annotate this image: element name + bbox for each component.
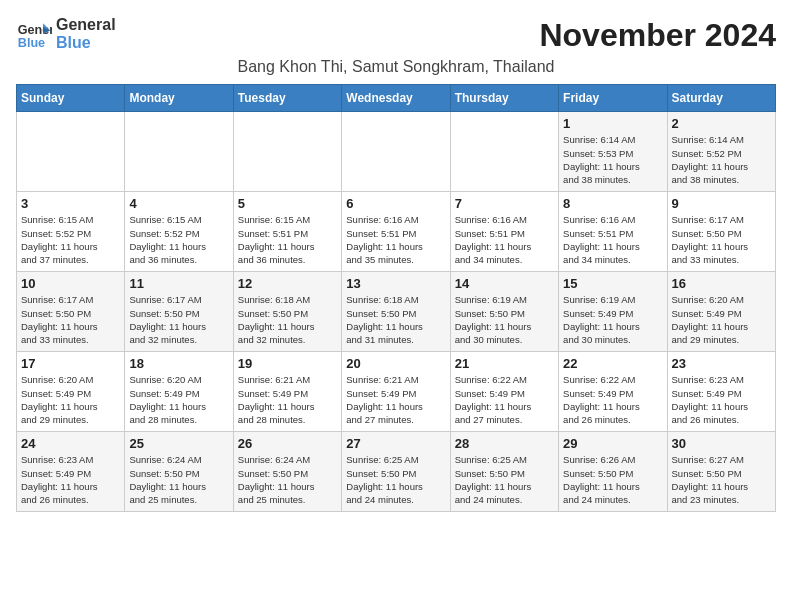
day-number: 3 [21, 196, 120, 211]
calendar-cell: 20Sunrise: 6:21 AMSunset: 5:49 PMDayligh… [342, 352, 450, 432]
calendar-cell: 2Sunrise: 6:14 AMSunset: 5:52 PMDaylight… [667, 112, 775, 192]
day-info: Sunrise: 6:23 AMSunset: 5:49 PMDaylight:… [672, 373, 771, 426]
day-info: Sunrise: 6:14 AMSunset: 5:52 PMDaylight:… [672, 133, 771, 186]
day-header-thursday: Thursday [450, 85, 558, 112]
day-number: 29 [563, 436, 662, 451]
day-number: 19 [238, 356, 337, 371]
day-number: 27 [346, 436, 445, 451]
day-info: Sunrise: 6:21 AMSunset: 5:49 PMDaylight:… [346, 373, 445, 426]
calendar-cell: 11Sunrise: 6:17 AMSunset: 5:50 PMDayligh… [125, 272, 233, 352]
calendar-cell: 6Sunrise: 6:16 AMSunset: 5:51 PMDaylight… [342, 192, 450, 272]
main-title: November 2024 [539, 16, 776, 54]
day-header-tuesday: Tuesday [233, 85, 341, 112]
subtitle: Bang Khon Thi, Samut Songkhram, Thailand [16, 58, 776, 76]
day-info: Sunrise: 6:20 AMSunset: 5:49 PMDaylight:… [672, 293, 771, 346]
svg-text:Blue: Blue [18, 36, 45, 50]
day-info: Sunrise: 6:20 AMSunset: 5:49 PMDaylight:… [21, 373, 120, 426]
week-row-3: 10Sunrise: 6:17 AMSunset: 5:50 PMDayligh… [17, 272, 776, 352]
logo-text-general: General [56, 16, 116, 34]
calendar-cell: 8Sunrise: 6:16 AMSunset: 5:51 PMDaylight… [559, 192, 667, 272]
day-number: 2 [672, 116, 771, 131]
header: General Blue General Blue November 2024 [16, 16, 776, 54]
day-info: Sunrise: 6:22 AMSunset: 5:49 PMDaylight:… [563, 373, 662, 426]
day-info: Sunrise: 6:18 AMSunset: 5:50 PMDaylight:… [238, 293, 337, 346]
day-info: Sunrise: 6:17 AMSunset: 5:50 PMDaylight:… [672, 213, 771, 266]
day-number: 10 [21, 276, 120, 291]
week-row-1: 1Sunrise: 6:14 AMSunset: 5:53 PMDaylight… [17, 112, 776, 192]
day-header-monday: Monday [125, 85, 233, 112]
calendar-cell: 12Sunrise: 6:18 AMSunset: 5:50 PMDayligh… [233, 272, 341, 352]
day-info: Sunrise: 6:24 AMSunset: 5:50 PMDaylight:… [129, 453, 228, 506]
calendar-cell: 30Sunrise: 6:27 AMSunset: 5:50 PMDayligh… [667, 432, 775, 512]
calendar-cell: 23Sunrise: 6:23 AMSunset: 5:49 PMDayligh… [667, 352, 775, 432]
calendar-cell: 29Sunrise: 6:26 AMSunset: 5:50 PMDayligh… [559, 432, 667, 512]
calendar-cell: 22Sunrise: 6:22 AMSunset: 5:49 PMDayligh… [559, 352, 667, 432]
day-info: Sunrise: 6:15 AMSunset: 5:52 PMDaylight:… [129, 213, 228, 266]
calendar-cell: 17Sunrise: 6:20 AMSunset: 5:49 PMDayligh… [17, 352, 125, 432]
day-number: 1 [563, 116, 662, 131]
day-info: Sunrise: 6:15 AMSunset: 5:51 PMDaylight:… [238, 213, 337, 266]
day-number: 30 [672, 436, 771, 451]
day-number: 5 [238, 196, 337, 211]
calendar-cell [233, 112, 341, 192]
day-info: Sunrise: 6:17 AMSunset: 5:50 PMDaylight:… [21, 293, 120, 346]
week-row-5: 24Sunrise: 6:23 AMSunset: 5:49 PMDayligh… [17, 432, 776, 512]
calendar-cell: 14Sunrise: 6:19 AMSunset: 5:50 PMDayligh… [450, 272, 558, 352]
day-number: 26 [238, 436, 337, 451]
day-info: Sunrise: 6:17 AMSunset: 5:50 PMDaylight:… [129, 293, 228, 346]
calendar-cell: 7Sunrise: 6:16 AMSunset: 5:51 PMDaylight… [450, 192, 558, 272]
calendar-header: SundayMondayTuesdayWednesdayThursdayFrid… [17, 85, 776, 112]
day-number: 21 [455, 356, 554, 371]
day-number: 4 [129, 196, 228, 211]
week-row-2: 3Sunrise: 6:15 AMSunset: 5:52 PMDaylight… [17, 192, 776, 272]
calendar-cell: 19Sunrise: 6:21 AMSunset: 5:49 PMDayligh… [233, 352, 341, 432]
day-number: 15 [563, 276, 662, 291]
calendar-cell: 18Sunrise: 6:20 AMSunset: 5:49 PMDayligh… [125, 352, 233, 432]
day-number: 7 [455, 196, 554, 211]
calendar-cell: 3Sunrise: 6:15 AMSunset: 5:52 PMDaylight… [17, 192, 125, 272]
day-info: Sunrise: 6:19 AMSunset: 5:49 PMDaylight:… [563, 293, 662, 346]
day-number: 9 [672, 196, 771, 211]
logo-text-blue: Blue [56, 34, 116, 52]
week-row-4: 17Sunrise: 6:20 AMSunset: 5:49 PMDayligh… [17, 352, 776, 432]
calendar-cell [17, 112, 125, 192]
day-number: 14 [455, 276, 554, 291]
day-number: 16 [672, 276, 771, 291]
day-info: Sunrise: 6:22 AMSunset: 5:49 PMDaylight:… [455, 373, 554, 426]
calendar-cell: 10Sunrise: 6:17 AMSunset: 5:50 PMDayligh… [17, 272, 125, 352]
calendar-cell [125, 112, 233, 192]
calendar-cell [450, 112, 558, 192]
day-header-friday: Friday [559, 85, 667, 112]
calendar-cell: 25Sunrise: 6:24 AMSunset: 5:50 PMDayligh… [125, 432, 233, 512]
day-info: Sunrise: 6:16 AMSunset: 5:51 PMDaylight:… [563, 213, 662, 266]
calendar-cell: 21Sunrise: 6:22 AMSunset: 5:49 PMDayligh… [450, 352, 558, 432]
day-info: Sunrise: 6:27 AMSunset: 5:50 PMDaylight:… [672, 453, 771, 506]
calendar-cell: 27Sunrise: 6:25 AMSunset: 5:50 PMDayligh… [342, 432, 450, 512]
calendar-cell: 4Sunrise: 6:15 AMSunset: 5:52 PMDaylight… [125, 192, 233, 272]
calendar-cell: 13Sunrise: 6:18 AMSunset: 5:50 PMDayligh… [342, 272, 450, 352]
day-number: 6 [346, 196, 445, 211]
day-info: Sunrise: 6:16 AMSunset: 5:51 PMDaylight:… [346, 213, 445, 266]
day-number: 22 [563, 356, 662, 371]
day-info: Sunrise: 6:21 AMSunset: 5:49 PMDaylight:… [238, 373, 337, 426]
day-number: 17 [21, 356, 120, 371]
day-header-sunday: Sunday [17, 85, 125, 112]
day-info: Sunrise: 6:14 AMSunset: 5:53 PMDaylight:… [563, 133, 662, 186]
logo: General Blue General Blue [16, 16, 116, 52]
calendar-cell: 16Sunrise: 6:20 AMSunset: 5:49 PMDayligh… [667, 272, 775, 352]
day-number: 18 [129, 356, 228, 371]
day-info: Sunrise: 6:19 AMSunset: 5:50 PMDaylight:… [455, 293, 554, 346]
day-number: 28 [455, 436, 554, 451]
calendar-cell [342, 112, 450, 192]
day-number: 13 [346, 276, 445, 291]
calendar-cell: 9Sunrise: 6:17 AMSunset: 5:50 PMDaylight… [667, 192, 775, 272]
day-info: Sunrise: 6:23 AMSunset: 5:49 PMDaylight:… [21, 453, 120, 506]
day-info: Sunrise: 6:25 AMSunset: 5:50 PMDaylight:… [346, 453, 445, 506]
calendar-cell: 26Sunrise: 6:24 AMSunset: 5:50 PMDayligh… [233, 432, 341, 512]
day-info: Sunrise: 6:18 AMSunset: 5:50 PMDaylight:… [346, 293, 445, 346]
day-info: Sunrise: 6:20 AMSunset: 5:49 PMDaylight:… [129, 373, 228, 426]
day-number: 11 [129, 276, 228, 291]
day-info: Sunrise: 6:24 AMSunset: 5:50 PMDaylight:… [238, 453, 337, 506]
calendar-cell: 1Sunrise: 6:14 AMSunset: 5:53 PMDaylight… [559, 112, 667, 192]
day-info: Sunrise: 6:15 AMSunset: 5:52 PMDaylight:… [21, 213, 120, 266]
